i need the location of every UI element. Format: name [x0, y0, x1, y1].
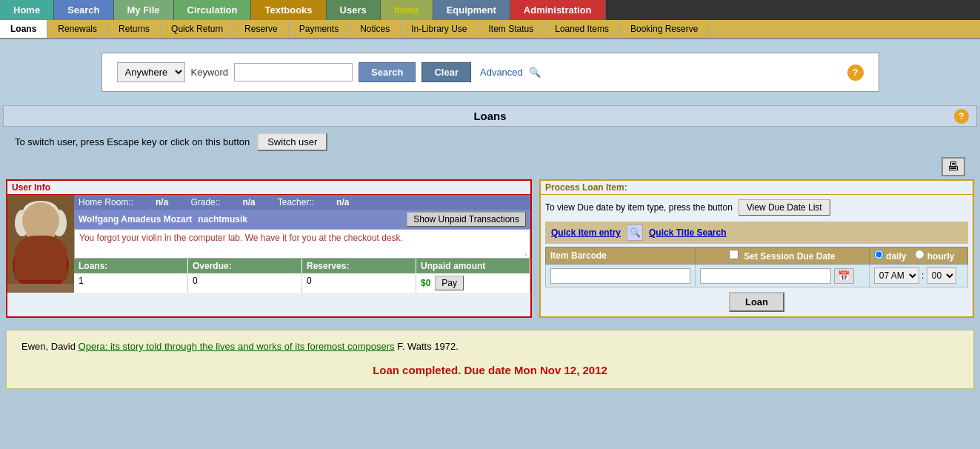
subnav-bookingreserve[interactable]: Booking Reserve — [620, 20, 709, 38]
pay-button[interactable]: Pay — [435, 276, 464, 290]
nav-myfile[interactable]: My File — [114, 0, 174, 20]
unpaid-amount: $0 — [421, 278, 430, 288]
loans-value-cell: 1 — [74, 273, 188, 293]
advanced-link[interactable]: Advanced — [480, 67, 523, 78]
subnav-returns[interactable]: Returns — [108, 20, 161, 38]
unpaid-value-cell: $0 Pay — [416, 273, 530, 293]
switch-user-label: To switch user, press Escape key or clic… — [15, 136, 250, 147]
time-separator: : — [921, 270, 927, 281]
nav-textbooks[interactable]: Textbooks — [251, 0, 326, 20]
due-date-row: To view Due date by item type, press the… — [545, 199, 968, 216]
nav-users[interactable]: Users — [327, 0, 381, 20]
homeroom-label: Home Room:: — [79, 197, 133, 207]
hourly-radio[interactable] — [915, 250, 924, 259]
svg-point-4 — [24, 207, 57, 245]
daily-radio-label: daily — [874, 250, 907, 262]
subnav-loans[interactable]: Loans — [0, 20, 47, 38]
unpaid-header-cell: Unpaid amount — [416, 259, 530, 273]
nav-administration[interactable]: Administration — [510, 0, 606, 20]
process-loan-body: To view Due date by item type, press the… — [541, 195, 973, 316]
subnav-itemstatus[interactable]: Item Status — [479, 20, 545, 38]
stats-value-row: 1 0 0 $0 Pay — [74, 273, 530, 293]
keyword-label: Keyword — [191, 67, 229, 78]
hour-select[interactable]: 07 AM 08 AM 09 AM — [874, 267, 919, 284]
nav-search[interactable]: Search — [54, 0, 113, 20]
time-cell: 07 AM 08 AM 09 AM : 00 15 30 45 — [869, 265, 967, 287]
loans-help-icon[interactable]: ? — [954, 109, 969, 124]
svg-point-8 — [33, 223, 37, 227]
session-due-date-input[interactable] — [700, 268, 831, 284]
resize-handle: ⌞ — [524, 248, 528, 256]
advanced-search-icon[interactable]: 🔍 — [529, 67, 541, 78]
view-due-date-button[interactable]: View Due Date List — [739, 199, 830, 216]
reserves-header-cell: Reserves: — [302, 259, 416, 273]
process-loan-panel: Process Loan Item: To view Due date by i… — [539, 179, 974, 318]
subnav-reserve[interactable]: Reserve — [234, 20, 289, 38]
nav-home[interactable]: Home — [0, 0, 54, 20]
quick-entry-row: Quick item entry 🔍 Quick Title Search — [545, 222, 968, 244]
reserves-value-cell: 0 — [302, 273, 416, 293]
process-loan-title: Process Loan Item: — [541, 181, 973, 195]
svg-rect-3 — [33, 233, 48, 248]
search-location-select[interactable]: Anywhere Title Author Subject — [117, 62, 185, 82]
svg-point-6 — [15, 210, 30, 236]
due-date-text: To view Due date by item type, press the… — [545, 202, 733, 213]
subnav-quickreturn[interactable]: Quick Return — [161, 20, 234, 38]
search-input[interactable] — [234, 63, 353, 82]
hourly-radio-label: hourly — [915, 250, 954, 262]
result-book-line: Ewen, David Opera: its story told throug… — [21, 341, 959, 352]
subnav-loaneditems[interactable]: Loaned Items — [544, 20, 620, 38]
overdue-value-cell: 0 — [188, 273, 302, 293]
nav-equipment[interactable]: Equipment — [433, 0, 510, 20]
item-barcode-cell — [546, 265, 696, 287]
user-photo-image — [7, 195, 74, 284]
show-unpaid-button[interactable]: Show Unpaid Transactions — [407, 212, 526, 227]
svg-point-9 — [44, 223, 49, 227]
user-row1: Home Room:: n/a Grade:: n/a Teacher:: n/… — [74, 195, 530, 210]
loans-header: Loans ? — [3, 105, 977, 127]
search-button[interactable]: Search — [359, 62, 416, 82]
subnav-renewals[interactable]: Renewals — [47, 20, 108, 38]
switch-user-button[interactable]: Switch user — [257, 133, 327, 151]
subnav-payments[interactable]: Payments — [289, 20, 350, 38]
loan-button[interactable]: Loan — [729, 292, 784, 312]
frequency-header: daily hourly — [869, 247, 967, 265]
quick-item-entry-link[interactable]: Quick item entry — [551, 227, 621, 238]
svg-point-2 — [13, 239, 69, 284]
loans-header-cell: Loans: — [74, 259, 188, 273]
minute-select[interactable]: 00 15 30 45 — [927, 267, 956, 284]
search-box: Anywhere Title Author Subject Keyword Se… — [101, 53, 879, 92]
user-username: nachtmusik — [198, 214, 247, 224]
nav-items[interactable]: Items — [381, 0, 433, 20]
search-help-icon[interactable]: ? — [847, 64, 864, 81]
daily-radio[interactable] — [874, 250, 884, 259]
print-icon-row: 🖶 — [0, 157, 980, 179]
svg-marker-10 — [36, 239, 46, 248]
homeroom-value: n/a — [156, 197, 168, 207]
nav-circulation[interactable]: Circulation — [174, 0, 252, 20]
user-name: Wolfgang Amadeus Mozart — [79, 214, 192, 224]
user-row2: Wolfgang Amadeus Mozart nachtmusik Show … — [74, 210, 530, 229]
switch-user-row: To switch user, press Escape key or clic… — [0, 127, 980, 157]
subnav-notices[interactable]: Notices — [350, 20, 401, 38]
print-icon[interactable]: 🖶 — [941, 157, 965, 176]
clear-button[interactable]: Clear — [421, 62, 471, 82]
quick-item-search-icon[interactable]: 🔍 — [627, 224, 643, 241]
calendar-icon-button[interactable]: 📅 — [834, 268, 854, 284]
stats-header-row: Loans: Overdue: Reserves: Unpaid amount — [74, 259, 530, 273]
grade-value: n/a — [242, 197, 255, 207]
quick-title-search-link[interactable]: Quick Title Search — [649, 227, 727, 238]
result-title-link[interactable]: Opera: its story told through the lives … — [79, 341, 395, 352]
loans-title: Loans — [473, 110, 506, 122]
subnav-inlibraryuse[interactable]: In-Library Use — [401, 20, 478, 38]
session-due-date-checkbox[interactable] — [729, 250, 739, 259]
session-due-date-cell: 📅 — [696, 265, 870, 287]
main-content: User Info — [0, 179, 980, 324]
item-barcode-header: Item Barcode — [546, 247, 696, 265]
item-barcode-input[interactable] — [550, 268, 690, 284]
overdue-header-cell: Overdue: — [188, 259, 302, 273]
user-info-panel: User Info — [6, 179, 532, 318]
result-author: Ewen, David — [21, 341, 76, 352]
session-due-date-header: Set Session Due Date — [696, 247, 870, 265]
user-message: You forgot your violin in the computer l… — [74, 229, 530, 259]
